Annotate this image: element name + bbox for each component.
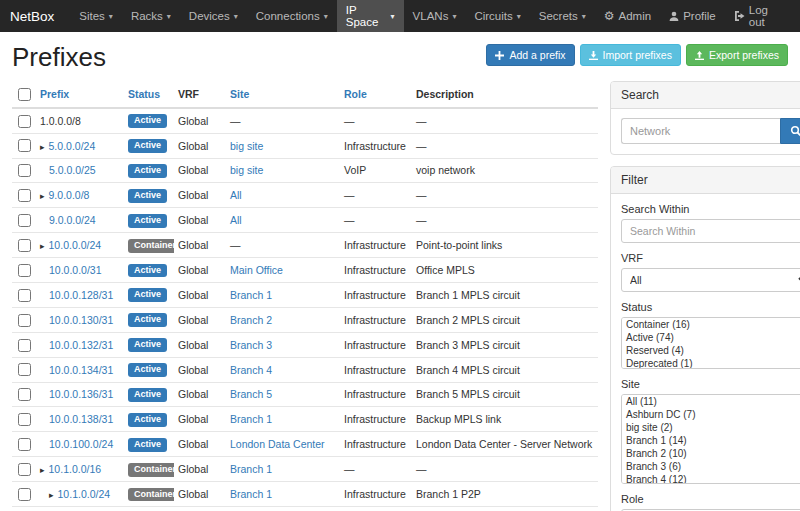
prefix-link[interactable]: 10.0.100.0/24 bbox=[49, 438, 113, 450]
export-prefixes-button[interactable]: Export prefixes bbox=[686, 44, 788, 66]
prefix-link[interactable]: 10.0.0.136/31 bbox=[49, 388, 113, 400]
listbox-option[interactable]: Active (74) bbox=[622, 331, 800, 344]
prefix-link[interactable]: 9.0.0.0/24 bbox=[49, 214, 96, 226]
vrf-label: VRF bbox=[621, 252, 800, 264]
import-prefixes-button[interactable]: Import prefixes bbox=[580, 44, 681, 66]
description-cell: — bbox=[412, 208, 598, 233]
description-cell: Branch 1 P2P bbox=[412, 482, 598, 507]
nav-item-ip-space[interactable]: IP Space▾ bbox=[337, 0, 404, 32]
prefix-link[interactable]: 10.0.0.0/24 bbox=[49, 239, 102, 251]
description-cell: — bbox=[412, 457, 598, 482]
site-link[interactable]: Branch 1 bbox=[230, 289, 272, 301]
listbox-option[interactable]: Branch 2 (10) bbox=[622, 447, 800, 460]
site-link[interactable]: All bbox=[230, 189, 242, 201]
filter-panel-title: Filter bbox=[611, 167, 800, 194]
prefix-link[interactable]: 10.0.0.134/31 bbox=[49, 364, 113, 376]
row-checkbox[interactable] bbox=[18, 115, 31, 128]
row-checkbox[interactable] bbox=[18, 214, 31, 227]
row-checkbox[interactable] bbox=[18, 264, 31, 277]
row-checkbox[interactable] bbox=[18, 463, 31, 476]
column-header-prefix[interactable]: Prefix bbox=[36, 81, 124, 108]
vrf-cell: Global bbox=[174, 332, 226, 357]
filter-panel: Filter Search Within VRF All Status Cont… bbox=[610, 166, 800, 511]
prefix-link[interactable]: 10.0.0.138/31 bbox=[49, 413, 113, 425]
brand-logo[interactable]: NetBox bbox=[0, 0, 70, 32]
role-value: — bbox=[344, 214, 355, 226]
site-link[interactable]: big site bbox=[230, 164, 263, 176]
row-checkbox[interactable] bbox=[18, 488, 31, 501]
row-checkbox[interactable] bbox=[18, 139, 31, 152]
nav-item-circuits[interactable]: Circuits▾ bbox=[465, 0, 529, 32]
site-link[interactable]: Branch 1 bbox=[230, 463, 272, 475]
vrf-cell: Global bbox=[174, 382, 226, 407]
column-header-site[interactable]: Site bbox=[226, 81, 340, 108]
site-link[interactable]: Branch 5 bbox=[230, 388, 272, 400]
status-cell: Active bbox=[124, 208, 174, 233]
listbox-option[interactable]: Reserved (4) bbox=[622, 344, 800, 357]
row-select-cell bbox=[12, 183, 36, 208]
prefix-link[interactable]: 10.0.0.128/31 bbox=[49, 289, 113, 301]
site-link[interactable]: Main Office bbox=[230, 264, 283, 276]
prefix-link[interactable]: 10.1.0.0/24 bbox=[58, 488, 111, 500]
site-cell: Branch 3 bbox=[226, 332, 340, 357]
row-checkbox[interactable] bbox=[18, 239, 31, 252]
prefix-link[interactable]: 10.0.0.0/31 bbox=[49, 264, 102, 276]
table-row: ▸10.1.0.0/25ActiveGlobalBranch 1—— bbox=[12, 506, 598, 511]
row-checkbox[interactable] bbox=[18, 189, 31, 202]
prefix-link[interactable]: 1.0.0.0/8 bbox=[40, 115, 81, 127]
row-checkbox[interactable] bbox=[18, 164, 31, 177]
listbox-option[interactable]: Branch 3 (6) bbox=[622, 460, 800, 473]
prefix-link[interactable]: 9.0.0.0/8 bbox=[49, 189, 90, 201]
row-checkbox[interactable] bbox=[18, 388, 31, 401]
search-input[interactable] bbox=[621, 118, 780, 144]
nav-item-admin[interactable]: ⚙Admin bbox=[595, 0, 660, 32]
nav-item-log-out[interactable]: Log out bbox=[725, 0, 794, 32]
listbox-option[interactable]: Branch 4 (12) bbox=[622, 473, 800, 484]
prefix-link[interactable]: 10.0.0.130/31 bbox=[49, 314, 113, 326]
vrf-select[interactable]: All bbox=[621, 268, 800, 292]
row-checkbox[interactable] bbox=[18, 314, 31, 327]
site-link[interactable]: Branch 4 bbox=[230, 364, 272, 376]
nav-item-connections[interactable]: Connections▾ bbox=[247, 0, 337, 32]
status-listbox[interactable]: Container (16)Active (74)Reserved (4)Dep… bbox=[621, 317, 800, 369]
site-link[interactable]: London Data Center bbox=[230, 438, 325, 450]
column-header-status[interactable]: Status bbox=[124, 81, 174, 108]
row-checkbox[interactable] bbox=[18, 413, 31, 426]
prefix-link[interactable]: 10.0.0.132/31 bbox=[49, 339, 113, 351]
nav-item-devices[interactable]: Devices▾ bbox=[180, 0, 247, 32]
nav-item-profile[interactable]: Profile bbox=[660, 0, 725, 32]
search-button[interactable] bbox=[780, 118, 800, 144]
listbox-option[interactable]: big site (2) bbox=[622, 421, 800, 434]
listbox-option[interactable]: Container (16) bbox=[622, 318, 800, 331]
prefix-link[interactable]: 5.0.0.0/24 bbox=[49, 140, 96, 152]
description-cell: Branch 3 MPLS circuit bbox=[412, 332, 598, 357]
add-prefix-button[interactable]: Add a prefix bbox=[486, 44, 574, 66]
site-link[interactable]: Branch 3 bbox=[230, 339, 272, 351]
listbox-option[interactable]: Branch 1 (14) bbox=[622, 434, 800, 447]
row-checkbox[interactable] bbox=[18, 363, 31, 376]
site-link[interactable]: Branch 1 bbox=[230, 413, 272, 425]
listbox-option[interactable]: All (11) bbox=[622, 395, 800, 408]
prefix-link[interactable]: 10.1.0.0/16 bbox=[49, 463, 102, 475]
search-within-input[interactable] bbox=[621, 219, 800, 243]
site-listbox[interactable]: All (11)Ashburn DC (7)big site (2)Branch… bbox=[621, 394, 800, 484]
description-value: Branch 1 MPLS circuit bbox=[416, 289, 520, 301]
site-link[interactable]: All bbox=[230, 214, 242, 226]
row-checkbox[interactable] bbox=[18, 339, 31, 352]
row-checkbox[interactable] bbox=[18, 289, 31, 302]
listbox-option[interactable]: Deprecated (1) bbox=[622, 357, 800, 369]
status-badge: Container bbox=[128, 239, 174, 253]
site-link[interactable]: Branch 1 bbox=[230, 488, 272, 500]
nav-item-sites[interactable]: Sites▾ bbox=[70, 0, 122, 32]
nav-item-vlans[interactable]: VLANs▾ bbox=[404, 0, 466, 32]
select-all-checkbox[interactable] bbox=[18, 88, 31, 101]
prefix-link[interactable]: 5.0.0.0/25 bbox=[49, 164, 96, 176]
chevron-down-icon: ▾ bbox=[517, 12, 521, 21]
site-link[interactable]: Branch 2 bbox=[230, 314, 272, 326]
column-header-role[interactable]: Role bbox=[340, 81, 412, 108]
site-link[interactable]: big site bbox=[230, 140, 263, 152]
nav-item-racks[interactable]: Racks▾ bbox=[122, 0, 180, 32]
row-checkbox[interactable] bbox=[18, 438, 31, 451]
listbox-option[interactable]: Ashburn DC (7) bbox=[622, 408, 800, 421]
nav-item-secrets[interactable]: Secrets▾ bbox=[530, 0, 595, 32]
